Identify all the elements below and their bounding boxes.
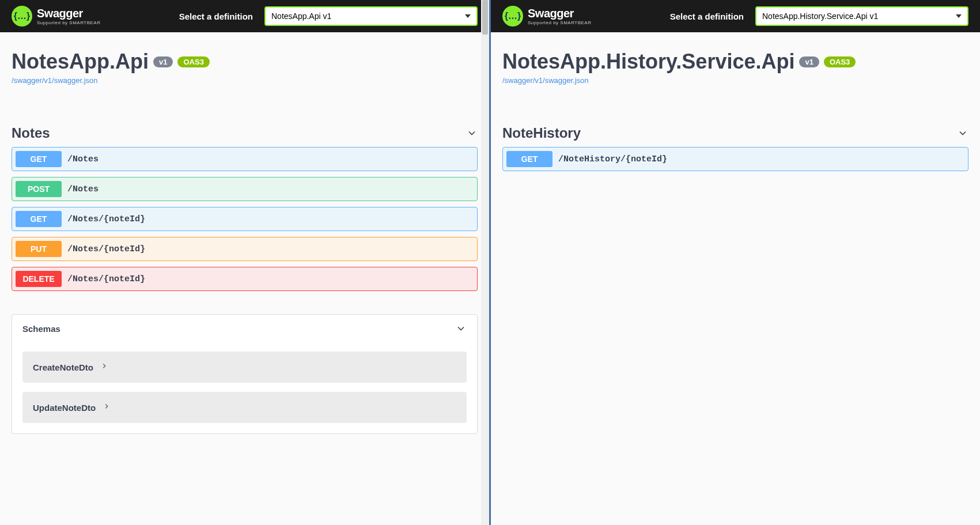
- oas-badge: OAS3: [824, 56, 856, 67]
- op-path: /Notes/{noteId}: [67, 214, 145, 224]
- swagger-title: Swagger: [528, 7, 591, 20]
- swagger-logo-text: Swagger Supported by SMARTBEAR: [528, 7, 591, 25]
- scrollbar-left[interactable]: [481, 0, 489, 525]
- opblock-get-notehistory[interactable]: GET /NoteHistory/{noteId}: [502, 147, 968, 171]
- definition-value: NotesApp.History.Service.Api v1: [762, 12, 878, 21]
- chevron-right-icon: [103, 402, 111, 413]
- opblock-put-note[interactable]: PUT /Notes/{noteId}: [12, 237, 478, 261]
- chevron-down-icon: [455, 323, 467, 334]
- method-badge: GET: [16, 151, 62, 167]
- tag-header[interactable]: NoteHistory: [502, 119, 968, 147]
- schema-item-createnotedto[interactable]: CreateNoteDto: [22, 352, 467, 383]
- scrollbar-thumb[interactable]: [482, 0, 488, 35]
- op-path: /NoteHistory/{noteId}: [558, 154, 667, 164]
- content-left: NotesApp.Api v1 OAS3 /swagger/v1/swagger…: [0, 32, 489, 451]
- tag-name: NoteHistory: [502, 125, 581, 141]
- schema-name: CreateNoteDto: [33, 362, 93, 372]
- op-path: /Notes/{noteId}: [67, 244, 145, 254]
- schemas-body: CreateNoteDto UpdateNoteDto: [12, 352, 477, 433]
- tag-section-notehistory: NoteHistory GET /NoteHistory/{noteId}: [502, 119, 968, 171]
- op-path: /Notes: [67, 184, 99, 194]
- swagger-subtitle: Supported by SMARTBEAR: [528, 20, 591, 25]
- tag-section-notes: Notes GET /Notes POST /Notes GET /Notes/…: [12, 119, 478, 291]
- definition-value: NotesApp.Api v1: [271, 12, 331, 21]
- chevron-down-icon: [466, 127, 478, 139]
- oas-badge: OAS3: [177, 56, 209, 67]
- opblock-post-notes[interactable]: POST /Notes: [12, 177, 478, 201]
- swagger-json-link[interactable]: /swagger/v1/swagger.json: [12, 76, 478, 85]
- method-badge: GET: [506, 151, 553, 167]
- schemas-title: Schemas: [22, 324, 60, 334]
- topbar: {…} Swagger Supported by SMARTBEAR Selec…: [0, 0, 489, 32]
- version-badge: v1: [153, 56, 173, 67]
- api-title: NotesApp.Api: [12, 50, 149, 74]
- tag-header[interactable]: Notes: [12, 119, 478, 147]
- method-badge: PUT: [16, 241, 62, 257]
- swagger-logo-text: Swagger Supported by SMARTBEAR: [37, 7, 100, 25]
- op-path: /Notes/{noteId}: [67, 274, 145, 284]
- op-path: /Notes: [67, 154, 99, 164]
- tag-name: Notes: [12, 125, 50, 141]
- definition-select[interactable]: NotesApp.History.Service.Api v1: [755, 6, 968, 26]
- definition-select[interactable]: NotesApp.Api v1: [264, 6, 478, 26]
- version-badge: v1: [799, 56, 819, 67]
- opblock-get-note-by-id[interactable]: GET /Notes/{noteId}: [12, 207, 478, 231]
- topbar: {…} Swagger Supported by SMARTBEAR Selec…: [491, 0, 980, 32]
- swagger-icon: {…}: [502, 6, 523, 27]
- swagger-logo[interactable]: {…} Swagger Supported by SMARTBEAR: [12, 6, 100, 27]
- method-badge: GET: [16, 211, 62, 227]
- swagger-pane-right: {…} Swagger Supported by SMARTBEAR Selec…: [491, 0, 980, 525]
- opblock-get-notes[interactable]: GET /Notes: [12, 147, 478, 171]
- definition-label: Select a definition: [179, 12, 253, 21]
- method-badge: POST: [16, 181, 62, 197]
- method-badge: DELETE: [16, 271, 62, 287]
- swagger-json-link[interactable]: /swagger/v1/swagger.json: [502, 76, 968, 85]
- api-title: NotesApp.History.Service.Api: [502, 50, 794, 74]
- content-right: NotesApp.History.Service.Api v1 OAS3 /sw…: [491, 32, 980, 194]
- schemas-section: Schemas CreateNoteDto UpdateNoteDto: [12, 314, 478, 434]
- swagger-subtitle: Supported by SMARTBEAR: [37, 20, 100, 25]
- swagger-logo[interactable]: {…} Swagger Supported by SMARTBEAR: [502, 6, 591, 27]
- swagger-pane-left: {…} Swagger Supported by SMARTBEAR Selec…: [0, 0, 491, 525]
- chevron-right-icon: [100, 362, 108, 372]
- swagger-icon: {…}: [12, 6, 32, 27]
- schema-name: UpdateNoteDto: [33, 403, 96, 413]
- swagger-title: Swagger: [37, 7, 100, 20]
- opblock-delete-note[interactable]: DELETE /Notes/{noteId}: [12, 267, 478, 291]
- title-row: NotesApp.Api v1 OAS3: [12, 50, 478, 74]
- definition-label: Select a definition: [670, 12, 744, 21]
- schema-item-updatenotedto[interactable]: UpdateNoteDto: [22, 392, 467, 423]
- title-row: NotesApp.History.Service.Api v1 OAS3: [502, 50, 968, 74]
- chevron-down-icon: [957, 127, 968, 139]
- schemas-header[interactable]: Schemas: [12, 315, 477, 342]
